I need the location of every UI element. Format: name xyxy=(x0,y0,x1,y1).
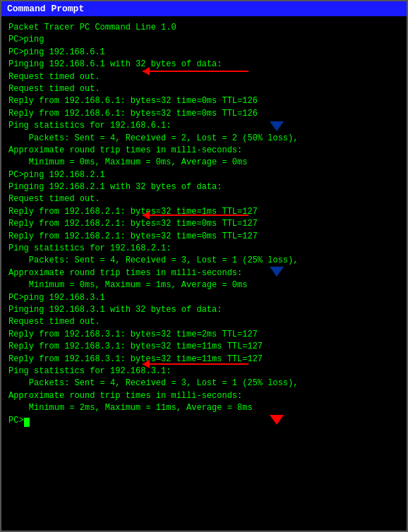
window-title: Command Prompt xyxy=(7,4,84,14)
terminal-line: Packets: Sent = 4, Received = 3, Lost = … xyxy=(8,255,400,267)
terminal-line: Reply from 192.168.2.1: bytes=32 time=1m… xyxy=(8,206,400,218)
terminal-line: Ping statistics for 192.168.6.1: xyxy=(8,120,400,132)
terminal-line: PC>ping 192.168.3.1 xyxy=(8,292,400,304)
terminal-line: Packet Tracer PC Command Line 1.0 xyxy=(8,22,400,34)
terminal-line: Reply from 192.168.3.1: bytes=32 time=11… xyxy=(8,341,400,353)
terminal-line: Pinging 192.168.6.1 with 32 bytes of dat… xyxy=(8,59,400,71)
terminal-line: PC>ping xyxy=(8,34,400,46)
terminal-line: Reply from 192.168.2.1: bytes=32 time=0m… xyxy=(8,218,400,230)
terminal-line: Minimum = 0ms, Maximum = 1ms, Average = … xyxy=(8,279,400,291)
terminal-line: PC> xyxy=(8,415,400,427)
terminal-line: Request timed out. xyxy=(8,83,400,95)
blue-arrow-2 xyxy=(270,267,284,277)
terminal-line: Reply from 192.168.6.1: bytes=32 time=0m… xyxy=(8,95,400,107)
terminal-output[interactable]: Packet Tracer PC Command Line 1.0PC>ping… xyxy=(1,16,407,531)
terminal-line: Pinging 192.168.2.1 with 32 bytes of dat… xyxy=(8,181,400,193)
terminal-line: Minimum = 2ms, Maximum = 11ms, Average =… xyxy=(8,402,400,414)
terminal-line: Approximate round trip times in milli-se… xyxy=(8,390,400,402)
terminal-line: Reply from 192.168.2.1: bytes=32 time=0m… xyxy=(8,231,400,243)
red-arrow-3 xyxy=(143,363,256,365)
terminal-line: PC>ping 192.168.6.1 xyxy=(8,47,400,59)
terminal-line: Ping statistics for 192.168.2.1: xyxy=(8,243,400,255)
title-bar: Command Prompt xyxy=(1,1,407,16)
terminal-line: Packets: Sent = 4, Received = 2, Lost = … xyxy=(8,133,400,145)
terminal-line: Request timed out. xyxy=(8,71,400,83)
terminal-line: Reply from 192.168.3.1: bytes=32 time=2m… xyxy=(8,329,400,341)
command-prompt-window: Command Prompt Packet Tracer PC Command … xyxy=(0,0,408,532)
terminal-line: Ping statistics for 192.168.3.1: xyxy=(8,365,400,377)
red-arrow-2 xyxy=(143,214,256,216)
terminal-line: Request timed out. xyxy=(8,316,400,328)
terminal-line: Request timed out. xyxy=(8,193,400,205)
terminal-line: Packets: Sent = 4, Received = 3, Lost = … xyxy=(8,377,400,389)
terminal-line: Pinging 192.168.3.1 with 32 bytes of dat… xyxy=(8,304,400,316)
terminal-line: Reply from 192.168.6.1: bytes=32 time=0m… xyxy=(8,108,400,120)
terminal-line: Approximate round trip times in milli-se… xyxy=(8,267,400,279)
terminal-line: Minimum = 0ms, Maximum = 0ms, Average = … xyxy=(8,157,400,169)
terminal-line: Approximate round trip times in milli-se… xyxy=(8,145,400,157)
blue-arrow-1 xyxy=(270,121,284,131)
red-arrow-1 xyxy=(143,71,256,72)
cursor xyxy=(24,418,30,427)
red-arrow-down xyxy=(270,415,284,425)
terminal-line: PC>ping 192.168.2.1 xyxy=(8,169,400,181)
